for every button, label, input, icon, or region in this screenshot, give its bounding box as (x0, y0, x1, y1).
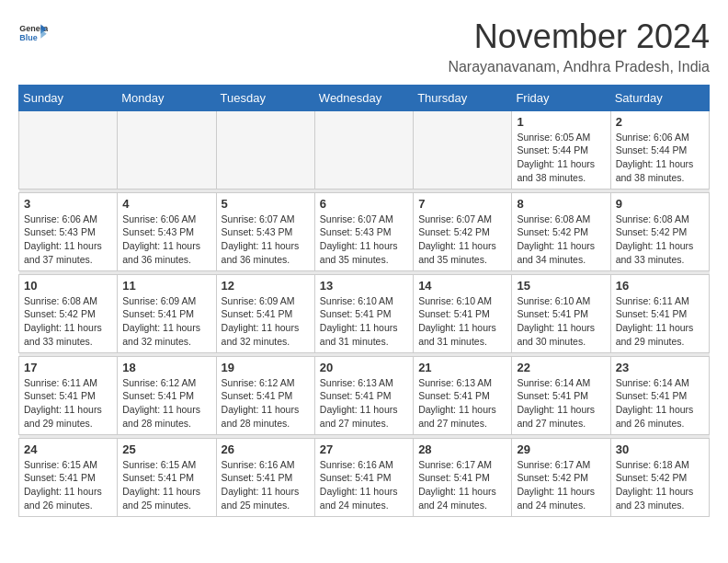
day-info: Sunrise: 6:18 AM Sunset: 5:42 PM Dayligh… (616, 458, 704, 512)
logo-icon: General Blue (18, 18, 48, 48)
day-number: 8 (517, 197, 605, 211)
page-header: General Blue November 2024 Narayanavanam… (18, 18, 710, 75)
calendar-cell: 22Sunrise: 6:14 AM Sunset: 5:41 PM Dayli… (512, 356, 610, 434)
calendar-cell: 15Sunrise: 6:10 AM Sunset: 5:41 PM Dayli… (512, 274, 610, 352)
day-number: 2 (616, 115, 704, 129)
calendar-cell: 13Sunrise: 6:10 AM Sunset: 5:41 PM Dayli… (314, 274, 413, 352)
day-info: Sunrise: 6:11 AM Sunset: 5:41 PM Dayligh… (616, 294, 704, 349)
column-header-monday: Monday (118, 85, 216, 110)
day-number: 24 (24, 442, 112, 456)
calendar-cell: 6Sunrise: 6:07 AM Sunset: 5:43 PM Daylig… (314, 192, 413, 270)
calendar-cell: 20Sunrise: 6:13 AM Sunset: 5:41 PM Dayli… (314, 356, 413, 434)
day-info: Sunrise: 6:06 AM Sunset: 5:44 PM Dayligh… (616, 131, 704, 185)
day-info: Sunrise: 6:07 AM Sunset: 5:43 PM Dayligh… (320, 213, 408, 267)
day-number: 20 (320, 361, 408, 374)
calendar-cell: 1Sunrise: 6:05 AM Sunset: 5:44 PM Daylig… (512, 110, 610, 189)
day-info: Sunrise: 6:06 AM Sunset: 5:43 PM Dayligh… (122, 213, 210, 267)
calendar-cell (118, 110, 216, 189)
day-number: 6 (320, 197, 408, 211)
day-info: Sunrise: 6:07 AM Sunset: 5:43 PM Dayligh… (222, 213, 310, 267)
day-number: 22 (517, 361, 605, 374)
week-row-5: 24Sunrise: 6:15 AM Sunset: 5:41 PM Dayli… (19, 438, 710, 516)
day-info: Sunrise: 6:09 AM Sunset: 5:41 PM Dayligh… (122, 294, 210, 349)
calendar-cell: 9Sunrise: 6:08 AM Sunset: 5:42 PM Daylig… (610, 192, 709, 270)
day-info: Sunrise: 6:09 AM Sunset: 5:41 PM Dayligh… (222, 294, 310, 349)
day-info: Sunrise: 6:15 AM Sunset: 5:41 PM Dayligh… (122, 458, 210, 512)
calendar-cell: 26Sunrise: 6:16 AM Sunset: 5:41 PM Dayli… (216, 438, 314, 516)
calendar-cell (216, 110, 314, 189)
day-number: 14 (418, 279, 506, 293)
day-number: 17 (24, 361, 112, 374)
calendar-cell (19, 110, 118, 189)
day-number: 23 (616, 361, 704, 374)
page-title: November 2024 (448, 18, 710, 55)
day-number: 25 (122, 442, 210, 456)
calendar-cell: 25Sunrise: 6:15 AM Sunset: 5:41 PM Dayli… (118, 438, 216, 516)
day-info: Sunrise: 6:10 AM Sunset: 5:41 PM Dayligh… (418, 294, 506, 349)
day-number: 16 (616, 279, 704, 293)
calendar-cell: 24Sunrise: 6:15 AM Sunset: 5:41 PM Dayli… (19, 438, 118, 516)
day-info: Sunrise: 6:16 AM Sunset: 5:41 PM Dayligh… (222, 458, 310, 512)
day-number: 18 (122, 361, 210, 374)
calendar-cell: 14Sunrise: 6:10 AM Sunset: 5:41 PM Dayli… (414, 274, 512, 352)
day-info: Sunrise: 6:15 AM Sunset: 5:41 PM Dayligh… (24, 458, 112, 512)
day-number: 1 (517, 115, 605, 129)
calendar-cell: 7Sunrise: 6:07 AM Sunset: 5:42 PM Daylig… (414, 192, 512, 270)
column-header-friday: Friday (512, 85, 610, 110)
day-info: Sunrise: 6:06 AM Sunset: 5:43 PM Dayligh… (24, 213, 112, 267)
day-number: 30 (616, 442, 704, 456)
calendar-cell: 19Sunrise: 6:12 AM Sunset: 5:41 PM Dayli… (216, 356, 314, 434)
week-row-2: 3Sunrise: 6:06 AM Sunset: 5:43 PM Daylig… (19, 192, 710, 270)
calendar-header-row: SundayMondayTuesdayWednesdayThursdayFrid… (19, 85, 710, 110)
calendar-cell: 28Sunrise: 6:17 AM Sunset: 5:41 PM Dayli… (414, 438, 512, 516)
day-number: 4 (122, 197, 210, 211)
column-header-thursday: Thursday (414, 85, 512, 110)
column-header-tuesday: Tuesday (216, 85, 314, 110)
calendar-cell (314, 110, 413, 189)
calendar-cell: 5Sunrise: 6:07 AM Sunset: 5:43 PM Daylig… (216, 192, 314, 270)
day-info: Sunrise: 6:13 AM Sunset: 5:41 PM Dayligh… (320, 376, 408, 431)
calendar-cell: 30Sunrise: 6:18 AM Sunset: 5:42 PM Dayli… (610, 438, 709, 516)
page-subtitle: Narayanavanam, Andhra Pradesh, India (448, 59, 710, 75)
day-number: 10 (24, 279, 112, 293)
day-number: 9 (616, 197, 704, 211)
title-area: November 2024 Narayanavanam, Andhra Prad… (448, 18, 710, 75)
day-number: 13 (320, 279, 408, 293)
day-info: Sunrise: 6:17 AM Sunset: 5:42 PM Dayligh… (517, 458, 605, 512)
calendar-cell: 29Sunrise: 6:17 AM Sunset: 5:42 PM Dayli… (512, 438, 610, 516)
day-info: Sunrise: 6:07 AM Sunset: 5:42 PM Dayligh… (418, 213, 506, 267)
day-info: Sunrise: 6:08 AM Sunset: 5:42 PM Dayligh… (24, 294, 112, 349)
calendar-cell: 3Sunrise: 6:06 AM Sunset: 5:43 PM Daylig… (19, 192, 118, 270)
calendar-cell: 23Sunrise: 6:14 AM Sunset: 5:41 PM Dayli… (610, 356, 709, 434)
day-number: 19 (222, 361, 310, 374)
week-row-3: 10Sunrise: 6:08 AM Sunset: 5:42 PM Dayli… (19, 274, 710, 352)
day-number: 28 (418, 442, 506, 456)
day-info: Sunrise: 6:11 AM Sunset: 5:41 PM Dayligh… (24, 376, 112, 431)
calendar-cell: 17Sunrise: 6:11 AM Sunset: 5:41 PM Dayli… (19, 356, 118, 434)
calendar-cell (414, 110, 512, 189)
day-info: Sunrise: 6:12 AM Sunset: 5:41 PM Dayligh… (122, 376, 210, 431)
day-info: Sunrise: 6:12 AM Sunset: 5:41 PM Dayligh… (222, 376, 310, 431)
day-info: Sunrise: 6:08 AM Sunset: 5:42 PM Dayligh… (616, 213, 704, 267)
calendar-cell: 2Sunrise: 6:06 AM Sunset: 5:44 PM Daylig… (610, 110, 709, 189)
calendar-cell: 16Sunrise: 6:11 AM Sunset: 5:41 PM Dayli… (610, 274, 709, 352)
logo: General Blue (18, 18, 48, 48)
day-number: 11 (122, 279, 210, 293)
day-info: Sunrise: 6:14 AM Sunset: 5:41 PM Dayligh… (616, 376, 704, 431)
day-number: 3 (24, 197, 112, 211)
day-info: Sunrise: 6:10 AM Sunset: 5:41 PM Dayligh… (517, 294, 605, 349)
day-info: Sunrise: 6:14 AM Sunset: 5:41 PM Dayligh… (517, 376, 605, 431)
day-number: 7 (418, 197, 506, 211)
week-row-4: 17Sunrise: 6:11 AM Sunset: 5:41 PM Dayli… (19, 356, 710, 434)
day-number: 5 (222, 197, 310, 211)
calendar-cell: 11Sunrise: 6:09 AM Sunset: 5:41 PM Dayli… (118, 274, 216, 352)
calendar-cell: 18Sunrise: 6:12 AM Sunset: 5:41 PM Dayli… (118, 356, 216, 434)
day-number: 15 (517, 279, 605, 293)
day-info: Sunrise: 6:16 AM Sunset: 5:41 PM Dayligh… (320, 458, 408, 512)
calendar-cell: 10Sunrise: 6:08 AM Sunset: 5:42 PM Dayli… (19, 274, 118, 352)
day-number: 12 (222, 279, 310, 293)
column-header-sunday: Sunday (19, 85, 118, 110)
day-info: Sunrise: 6:08 AM Sunset: 5:42 PM Dayligh… (517, 213, 605, 267)
calendar-cell: 21Sunrise: 6:13 AM Sunset: 5:41 PM Dayli… (414, 356, 512, 434)
day-info: Sunrise: 6:10 AM Sunset: 5:41 PM Dayligh… (320, 294, 408, 349)
